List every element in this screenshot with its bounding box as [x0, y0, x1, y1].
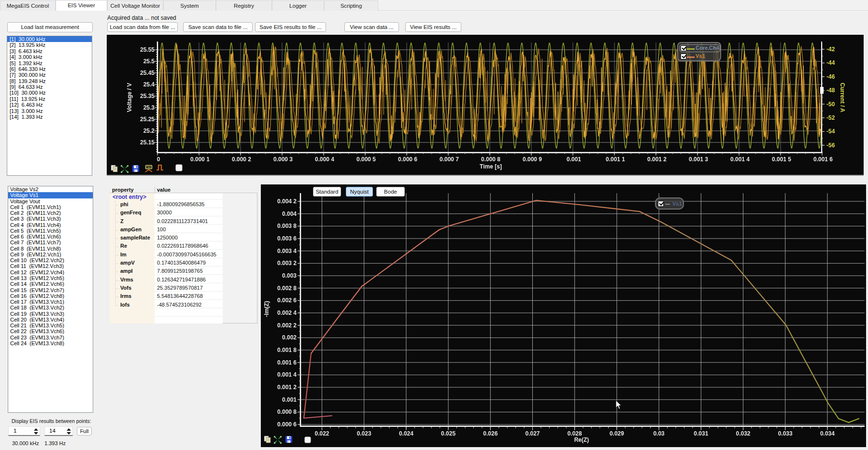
svg-text:0.003 6: 0.003 6 [277, 235, 297, 242]
svg-text:0.032: 0.032 [736, 430, 750, 437]
svg-text:0.000 8: 0.000 8 [277, 408, 297, 415]
svg-text:0.034: 0.034 [820, 430, 835, 437]
svg-text:-46: -46 [826, 73, 835, 80]
svg-text:0.001 5: 0.001 5 [772, 156, 791, 163]
svg-text:0.000 3: 0.000 3 [273, 156, 293, 163]
svg-text:25.25: 25.25 [140, 116, 155, 123]
svg-text:0.000 7: 0.000 7 [440, 156, 459, 163]
svg-text:0.002 4: 0.002 4 [277, 309, 297, 316]
svg-text:0.000 5: 0.000 5 [356, 156, 376, 163]
svg-text:0.001 2: 0.001 2 [647, 156, 667, 163]
svg-text:25.4: 25.4 [143, 81, 155, 88]
svg-text:-54: -54 [826, 128, 835, 135]
svg-text:0.003 2: 0.003 2 [277, 260, 297, 267]
svg-text:0.001 4: 0.001 4 [277, 371, 297, 378]
svg-text:25.15: 25.15 [140, 139, 155, 146]
svg-text:0.001 3: 0.001 3 [689, 156, 708, 163]
svg-text:0.001 6: 0.001 6 [277, 359, 297, 366]
svg-text:0.000 1: 0.000 1 [190, 156, 210, 163]
svg-text:0.026: 0.026 [483, 430, 498, 437]
svg-text:0.03: 0.03 [653, 430, 665, 437]
svg-text:-48: -48 [826, 87, 835, 94]
svg-text:0.000 8: 0.000 8 [481, 156, 500, 163]
svg-text:0.033: 0.033 [778, 430, 793, 437]
svg-text:0.003: 0.003 [282, 272, 297, 279]
svg-text:0.000 6: 0.000 6 [277, 421, 297, 428]
svg-text:25.2: 25.2 [143, 127, 155, 134]
svg-text:-56: -56 [826, 142, 835, 149]
svg-text:0.002 2: 0.002 2 [277, 322, 297, 329]
svg-text:0.001: 0.001 [567, 156, 581, 163]
svg-text:-44: -44 [826, 59, 835, 66]
svg-text:0.001 6: 0.001 6 [813, 156, 833, 163]
svg-text:0.001 1: 0.001 1 [606, 156, 625, 163]
svg-text:0.004 2: 0.004 2 [277, 198, 297, 205]
svg-text:0.003 4: 0.003 4 [277, 248, 297, 254]
svg-text:-Im(Z): -Im(Z) [263, 301, 270, 317]
svg-text:ISM: ISM [146, 166, 151, 169]
svg-text:0.000 4: 0.000 4 [315, 156, 334, 163]
svg-text:0.000 9: 0.000 9 [523, 156, 542, 163]
svg-text:0.003 8: 0.003 8 [277, 223, 297, 229]
svg-text:25.55: 25.55 [140, 46, 155, 53]
svg-text:0.001 4: 0.001 4 [730, 156, 750, 163]
svg-text:0.027: 0.027 [525, 430, 540, 437]
svg-text:Time [s]: Time [s] [480, 163, 502, 170]
svg-text:25.45: 25.45 [140, 70, 155, 76]
svg-text:0.001 8: 0.001 8 [277, 347, 297, 353]
svg-text:0.022: 0.022 [314, 430, 329, 437]
svg-text:0.002 8: 0.002 8 [277, 285, 297, 292]
svg-text:0.029: 0.029 [610, 430, 624, 437]
svg-text:-42: -42 [826, 46, 835, 53]
svg-text:Re(Z): Re(Z) [574, 436, 589, 443]
svg-text:25.35: 25.35 [140, 93, 155, 99]
svg-text:0.004: 0.004 [282, 211, 297, 217]
svg-text:Current / A: Current / A [839, 83, 846, 112]
svg-text:0.031: 0.031 [694, 430, 708, 437]
svg-text:0.001 2: 0.001 2 [277, 384, 297, 391]
svg-text:-50: -50 [826, 101, 835, 108]
svg-text:0.028: 0.028 [568, 430, 582, 437]
svg-text:25.5: 25.5 [143, 58, 155, 65]
svg-text:25.3: 25.3 [143, 104, 155, 111]
svg-text:-52: -52 [826, 114, 835, 121]
svg-text:0: 0 [157, 156, 160, 163]
svg-text:0.002: 0.002 [282, 334, 297, 341]
svg-text:0.000 2: 0.000 2 [232, 156, 251, 163]
svg-text:0.025: 0.025 [441, 430, 455, 437]
svg-text:0.002 6: 0.002 6 [277, 297, 297, 304]
svg-text:0.001: 0.001 [282, 396, 297, 403]
svg-text:0.000 6: 0.000 6 [398, 156, 417, 163]
svg-text:0.024: 0.024 [399, 430, 413, 437]
svg-text:Voltage / V: Voltage / V [126, 83, 133, 112]
svg-text:0.023: 0.023 [357, 430, 371, 437]
